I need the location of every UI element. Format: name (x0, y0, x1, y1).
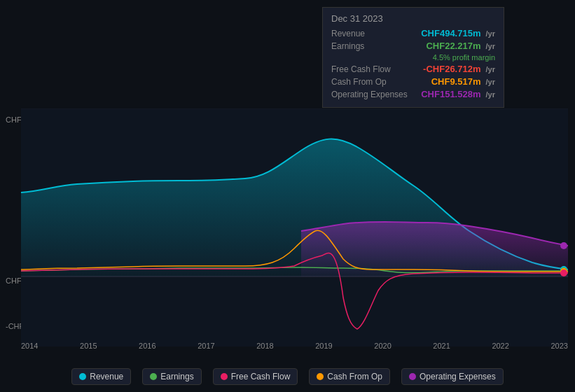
opex-dot (560, 242, 567, 249)
tooltip-box: Dec 31 2023 Revenue CHF494.715m /yr Earn… (322, 7, 504, 108)
tooltip-value-opex: CHF151.528m /yr (421, 89, 495, 99)
tooltip-suffix-fcf: /yr (483, 65, 495, 74)
tooltip-value-revenue: CHF494.715m /yr (421, 28, 495, 38)
tooltip-label-fcf: Free Cash Flow (331, 64, 415, 74)
x-label-2014: 2014 (21, 342, 38, 350)
legend-item-opex[interactable]: Operating Expenses (401, 368, 504, 385)
chart-container: Dec 31 2023 Revenue CHF494.715m /yr Earn… (0, 0, 575, 392)
legend-dot-revenue (79, 373, 86, 380)
tooltip-label-revenue: Revenue (331, 29, 415, 38)
tooltip-suffix-cfo: /yr (483, 78, 495, 86)
legend-label-revenue: Revenue (90, 372, 123, 382)
profit-margin: 4.5% profit margin (331, 53, 495, 62)
x-label-2022: 2022 (492, 342, 508, 350)
legend-dot-opex (409, 373, 416, 380)
tooltip-row-earnings: Earnings CHF22.217m /yr (331, 41, 495, 51)
legend-dot-cfo (317, 373, 324, 380)
legend-item-revenue[interactable]: Revenue (71, 368, 131, 385)
x-label-2023: 2023 (550, 342, 567, 350)
legend-label-fcf: Free Cash Flow (231, 372, 291, 382)
tooltip-label-opex: Operating Expenses (331, 90, 415, 99)
legend-item-earnings[interactable]: Earnings (142, 368, 201, 385)
legend-dot-earnings (150, 373, 157, 380)
tooltip-label-earnings: Earnings (331, 41, 415, 51)
x-axis-labels: 2014 2015 2016 2017 2018 2019 2020 2021 … (21, 342, 568, 350)
x-label-2015: 2015 (80, 342, 97, 350)
tooltip-title: Dec 31 2023 (331, 13, 495, 24)
tooltip-value-cfo: CHF9.517m /yr (431, 76, 495, 87)
chart-svg (21, 108, 568, 346)
tooltip-label-cfo: Cash From Op (331, 77, 415, 87)
tooltip-row-revenue: Revenue CHF494.715m /yr (331, 28, 495, 38)
legend-label-opex: Operating Expenses (420, 372, 496, 382)
x-label-2020: 2020 (374, 342, 391, 350)
x-label-2017: 2017 (198, 342, 214, 350)
x-label-2019: 2019 (315, 342, 332, 350)
tooltip-suffix-opex: /yr (483, 90, 495, 99)
tooltip-row-opex: Operating Expenses CHF151.528m /yr (331, 89, 495, 99)
x-label-2018: 2018 (256, 342, 273, 350)
legend-dot-fcf (221, 373, 228, 380)
legend-item-cfo[interactable]: Cash From Op (309, 368, 390, 385)
legend-label-cfo: Cash From Op (327, 372, 382, 382)
legend-item-fcf[interactable]: Free Cash Flow (213, 368, 298, 385)
tooltip-value-earnings: CHF22.217m /yr (426, 41, 495, 51)
x-label-2021: 2021 (433, 342, 450, 350)
x-label-2016: 2016 (139, 342, 155, 350)
tooltip-suffix-earnings: /yr (483, 42, 495, 50)
tooltip-suffix-revenue: /yr (483, 29, 495, 38)
legend-label-earnings: Earnings (160, 372, 193, 382)
tooltip-row-cfo: Cash From Op CHF9.517m /yr (331, 76, 495, 87)
legend: Revenue Earnings Free Cash Flow Cash Fro… (0, 368, 575, 385)
tooltip-row-fcf: Free Cash Flow -CHF26.712m /yr (331, 64, 495, 74)
tooltip-value-fcf: -CHF26.712m /yr (423, 64, 495, 74)
fcf-dot (560, 270, 567, 276)
